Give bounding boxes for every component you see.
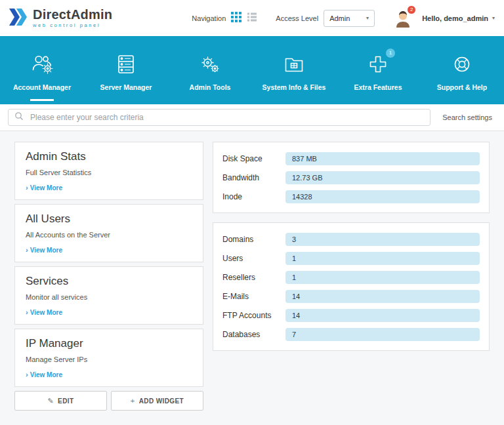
chevron-right-icon: › — [26, 309, 28, 316]
support-help-icon — [449, 51, 475, 77]
view-more-link[interactable]: › View More — [26, 371, 192, 378]
stat-value: 14 — [285, 309, 480, 322]
logo-arrows-icon — [9, 9, 28, 28]
widget-description: All Accounts on the Server — [26, 231, 192, 239]
user-menu[interactable]: Hello, demo_admin ▾ — [422, 14, 495, 22]
nav-item-label: Server Manager — [100, 83, 152, 91]
stat-value: 837 MB — [285, 152, 480, 165]
add-widget-button[interactable]: + ADD WIDGET — [111, 391, 203, 411]
stat-value: 1 — [285, 252, 480, 265]
nav-item-label: Admin Tools — [190, 83, 231, 91]
search-box — [8, 109, 430, 126]
widget-title: All Users — [26, 212, 192, 226]
stat-label: Databases — [222, 330, 285, 339]
plus-icon: + — [131, 397, 135, 405]
account-manager-icon — [29, 51, 55, 77]
stat-label: Users — [222, 254, 285, 263]
nav-item-label: Account Manager — [13, 83, 71, 91]
stat-value: 1 — [285, 271, 480, 284]
access-level-label: Access Level — [276, 14, 318, 22]
widget-description: Full Server Statistics — [26, 169, 192, 176]
access-level-select[interactable]: Admin ▾ — [324, 10, 375, 27]
stat-label: Domains — [222, 235, 285, 244]
view-more-label: View More — [30, 309, 62, 316]
view-more-label: View More — [30, 371, 62, 378]
stat-label: E-Mails — [222, 292, 285, 301]
view-more-link[interactable]: › View More — [26, 309, 192, 316]
chevron-down-icon: ▾ — [366, 15, 369, 21]
extra-features-icon: 1 — [365, 51, 391, 77]
stat-label: Inode — [222, 192, 285, 201]
view-more-link[interactable]: › View More — [26, 184, 192, 192]
widget-title: Admin Stats — [26, 150, 192, 163]
nav-item-server-manager[interactable]: Server Manager — [84, 36, 168, 104]
access-level-group: Access Level Admin ▾ — [276, 10, 375, 27]
stat-row-databases: Databases 7 — [222, 325, 480, 344]
stat-row-resellers: Resellers 1 — [222, 268, 480, 287]
system-info-files-icon — [281, 51, 307, 77]
view-more-link[interactable]: › View More — [26, 247, 192, 254]
pencil-icon: ✎ — [47, 397, 54, 405]
nav-item-label: Extra Features — [354, 83, 402, 91]
add-widget-button-label: ADD WIDGET — [139, 397, 184, 405]
stat-row-inode: Inode 14328 — [222, 187, 480, 206]
widget-admin-stats: Admin Stats Full Server Statistics › Vie… — [14, 142, 203, 200]
grid-view-icon[interactable] — [231, 12, 242, 25]
stat-row-ftp-accounts: FTP Accounts 14 — [222, 306, 480, 325]
counts-stats-card: Domains 3 Users 1 Resellers 1 E-Mails 14… — [213, 222, 490, 351]
user-avatar[interactable]: 2 — [393, 9, 413, 28]
notification-badge[interactable]: 2 — [407, 5, 416, 14]
stat-value: 3 — [285, 233, 480, 246]
logo-subtitle: web control panel — [33, 23, 112, 28]
widget-services: Services Monitor all services › View Mor… — [14, 266, 203, 325]
search-settings-button[interactable]: Search settings — [438, 113, 496, 121]
nav-item-label: Support & Help — [437, 83, 487, 91]
nav-item-label: System Info & Files — [262, 83, 326, 91]
edit-button[interactable]: ✎ EDIT — [14, 391, 107, 411]
stat-value: 7 — [285, 328, 480, 341]
widget-actions: ✎ EDIT + ADD WIDGET — [14, 391, 203, 411]
stat-value: 14328 — [285, 190, 480, 203]
edit-button-label: EDIT — [58, 397, 74, 405]
chevron-right-icon: › — [26, 184, 28, 192]
extra-features-badge: 1 — [386, 49, 395, 58]
list-view-icon[interactable] — [247, 12, 257, 25]
search-icon — [14, 111, 24, 123]
top-bar: DirectAdmin web control panel Navigation — [0, 0, 504, 36]
stat-label: FTP Accounts — [222, 311, 285, 320]
nav-item-extra-features[interactable]: 1 Extra Features — [336, 36, 420, 104]
main-content: Admin Stats Full Server Statistics › Vie… — [0, 131, 504, 425]
nav-item-support-help[interactable]: Support & Help — [420, 36, 504, 104]
nav-item-admin-tools[interactable]: Admin Tools — [168, 36, 252, 104]
navigation-label: Navigation — [192, 14, 226, 22]
usage-stats-card: Disk Space 837 MB Bandwidth 12.73 GB Ino… — [213, 142, 490, 213]
widget-title: IP Manager — [26, 337, 192, 350]
chevron-right-icon: › — [26, 371, 28, 378]
nav-item-system-info-files[interactable]: System Info & Files — [252, 36, 336, 104]
view-more-label: View More — [30, 184, 62, 192]
view-more-label: View More — [30, 247, 62, 254]
stat-value: 14 — [285, 290, 480, 303]
search-input[interactable] — [29, 112, 424, 123]
directadmin-logo[interactable]: DirectAdmin web control panel — [9, 8, 112, 28]
stat-label: Bandwidth — [222, 173, 285, 182]
stat-label: Resellers — [222, 273, 285, 282]
main-navigation: Account Manager Server Manager — [0, 36, 504, 104]
widget-title: Services — [26, 275, 192, 288]
widget-ip-manager: IP Manager Manage Server IPs › View More — [14, 329, 203, 387]
stat-row-disk-space: Disk Space 837 MB — [222, 149, 480, 168]
navigation-switcher: Navigation — [192, 12, 257, 25]
chevron-down-icon: ▾ — [492, 15, 495, 21]
admin-tools-icon — [197, 51, 223, 77]
stat-row-users: Users 1 — [222, 249, 480, 268]
stat-row-emails: E-Mails 14 — [222, 287, 480, 306]
search-bar: Search settings — [0, 104, 504, 131]
nav-item-account-manager[interactable]: Account Manager — [0, 36, 84, 104]
stat-value: 12.73 GB — [285, 171, 480, 184]
stat-row-domains: Domains 3 — [222, 230, 480, 249]
widget-all-users: All Users All Accounts on the Server › V… — [14, 204, 203, 262]
logo-title: DirectAdmin — [33, 8, 112, 21]
widgets-column: Admin Stats Full Server Statistics › Vie… — [14, 142, 203, 415]
widget-description: Monitor all services — [26, 293, 192, 301]
stats-column: Disk Space 837 MB Bandwidth 12.73 GB Ino… — [213, 142, 490, 415]
